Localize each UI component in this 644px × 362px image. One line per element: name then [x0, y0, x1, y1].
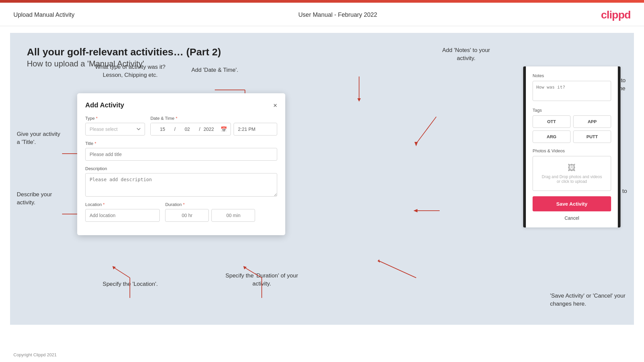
- tag-arg[interactable]: ARG: [533, 131, 571, 143]
- description-label: Description: [85, 166, 277, 171]
- page-title: All your golf-relevant activities… (Part…: [27, 46, 617, 58]
- photo-upload-area[interactable]: 🖼 Drag and Drop photos and videos or cli…: [533, 156, 611, 191]
- location-input[interactable]: [85, 209, 160, 222]
- date-month-input[interactable]: [176, 123, 199, 135]
- type-select[interactable]: Please select: [85, 123, 145, 136]
- logo: clippd: [601, 9, 631, 21]
- description-textarea[interactable]: [85, 173, 277, 197]
- title-label: Title *: [85, 141, 277, 146]
- add-activity-modal: Add Activity × Type * Please select Date…: [77, 93, 285, 235]
- calendar-icon: 📅: [217, 126, 231, 133]
- duration-hr-input[interactable]: [165, 209, 209, 222]
- title-input[interactable]: [85, 148, 277, 161]
- photo-upload-text: Drag and Drop photos and videos or click…: [540, 174, 604, 184]
- date-time-label: Date & Time *: [150, 116, 277, 121]
- location-label: Location *: [85, 202, 160, 207]
- annotation-notes: Add 'Notes' to your activity.: [433, 46, 500, 62]
- date-input-group[interactable]: / / 📅: [150, 123, 231, 136]
- duration-min-input[interactable]: [211, 209, 255, 222]
- date-day-input[interactable]: [151, 123, 174, 135]
- page-header-left: Upload Manual Activity: [13, 11, 75, 18]
- page-header-center: User Manual - February 2022: [298, 11, 377, 18]
- annotation-duration: Specify the 'Duration' of your activity.: [225, 272, 299, 288]
- photo-icon: 🖼: [540, 163, 604, 172]
- svg-marker-18: [357, 98, 361, 102]
- notes-textarea[interactable]: [533, 81, 611, 101]
- annotation-save: 'Save Activity' or 'Cancel' your changes…: [550, 292, 627, 308]
- date-year-input[interactable]: [200, 123, 217, 135]
- phone-panel: Notes Tags OTT APP ARG PUTT Photos & Vid…: [523, 66, 621, 227]
- annotation-describe: Describe your activity.: [17, 191, 64, 207]
- modal-close-button[interactable]: ×: [273, 102, 277, 109]
- type-label: Type *: [85, 116, 145, 121]
- time-input[interactable]: [234, 123, 277, 136]
- svg-marker-13: [112, 266, 116, 269]
- photos-label: Photos & Videos: [533, 148, 611, 153]
- svg-line-19: [416, 117, 436, 144]
- save-activity-button[interactable]: Save Activity: [533, 196, 611, 211]
- modal-title: Add Activity: [85, 101, 124, 109]
- svg-line-23: [379, 261, 416, 278]
- tags-grid: OTT APP ARG PUTT: [533, 115, 611, 143]
- tag-putt[interactable]: PUTT: [573, 131, 611, 143]
- tags-label: Tags: [533, 108, 611, 113]
- footer-copyright: Copyright Clippd 2021: [13, 352, 57, 357]
- svg-marker-20: [414, 142, 418, 146]
- notes-label: Notes: [533, 73, 611, 78]
- svg-marker-24: [378, 259, 380, 263]
- svg-marker-16: [243, 266, 247, 269]
- annotation-location: Specify the 'Location'.: [100, 280, 160, 288]
- svg-marker-22: [413, 209, 417, 212]
- annotation-date-time: Add 'Date & Time'.: [188, 66, 242, 74]
- svg-line-12: [114, 268, 130, 278]
- annotation-title: Give your activity a 'Title'.: [17, 130, 64, 146]
- duration-label: Duration *: [165, 202, 277, 207]
- tag-ott[interactable]: OTT: [533, 115, 571, 128]
- tag-app[interactable]: APP: [573, 115, 611, 128]
- annotation-what-type: What type of activity was it? Lesson, Ch…: [93, 63, 167, 79]
- cancel-button[interactable]: Cancel: [533, 215, 611, 221]
